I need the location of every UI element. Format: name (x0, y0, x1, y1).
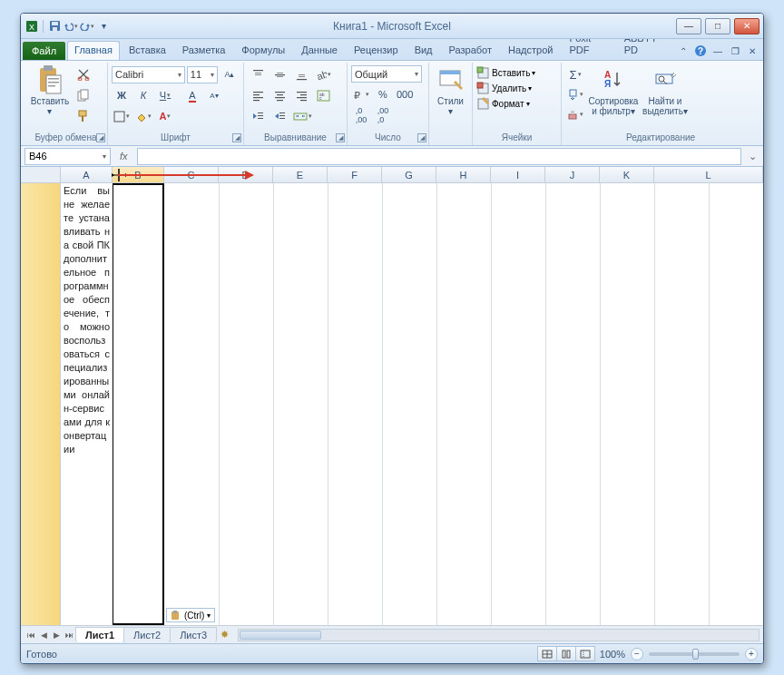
tab-insert[interactable]: Вставка (122, 41, 173, 60)
grow-font-icon[interactable]: A▴ (220, 65, 240, 83)
col-header-e[interactable]: E (273, 167, 328, 183)
col-header-i[interactable]: I (491, 167, 545, 183)
zoom-in-icon[interactable]: + (745, 648, 758, 660)
clear-icon[interactable] (565, 105, 585, 123)
font-size-combo[interactable]: 11▾ (187, 66, 218, 83)
percent-icon[interactable]: % (373, 85, 393, 103)
col-header-g[interactable]: G (382, 167, 436, 183)
tab-addins[interactable]: Надстрой (501, 41, 560, 60)
select-all-corner[interactable] (21, 167, 61, 183)
sheet-tab-3[interactable]: Лист3 (170, 627, 217, 642)
tab-data[interactable]: Данные (294, 41, 345, 60)
tab-layout[interactable]: Разметка (175, 41, 233, 60)
font-color-icon[interactable]: A (155, 107, 175, 125)
decrease-decimal-icon[interactable]: ,00,0 (373, 106, 393, 124)
qat-customize-icon[interactable]: ▾ (96, 19, 111, 34)
name-box[interactable]: B46▾ (24, 148, 111, 165)
sheet-tab-1[interactable]: Лист1 (75, 627, 124, 642)
zoom-level[interactable]: 100% (600, 649, 625, 660)
zoom-out-icon[interactable]: − (631, 648, 643, 660)
number-dialog-icon[interactable]: ◢ (417, 133, 426, 142)
fill-icon[interactable] (565, 85, 585, 103)
font-color-a-icon[interactable]: A (182, 86, 202, 104)
orientation-icon[interactable]: ab (313, 65, 333, 83)
doc-close-icon[interactable]: ✕ (745, 44, 760, 58)
excel-icon[interactable]: X (24, 19, 39, 34)
delete-cells-button[interactable]: Удалить▾ (476, 82, 532, 95)
font-dialog-icon[interactable]: ◢ (232, 133, 241, 142)
increase-decimal-icon[interactable]: ,0,00 (351, 106, 371, 124)
sheet-nav-last-icon[interactable]: ⏭ (63, 631, 75, 640)
fx-icon[interactable]: fx (114, 151, 133, 161)
increase-indent-icon[interactable] (270, 107, 289, 125)
paste-button[interactable]: Вставить▾ (28, 65, 72, 116)
shrink-font-icon[interactable]: A▾ (204, 86, 224, 104)
italic-button[interactable]: К (133, 86, 153, 104)
col-header-c[interactable]: C (164, 167, 219, 183)
formula-expand-icon[interactable]: ⌄ (745, 151, 760, 162)
tab-review[interactable]: Рецензир (347, 41, 406, 60)
zoom-slider[interactable] (649, 652, 740, 656)
col-header-h[interactable]: H (436, 167, 491, 183)
border-icon[interactable] (112, 107, 132, 125)
align-bottom-icon[interactable] (291, 65, 311, 83)
col-header-f[interactable]: F (328, 167, 382, 183)
align-left-icon[interactable] (248, 86, 268, 104)
paste-options-tag[interactable]: (Ctrl)▾ (166, 608, 215, 622)
redo-icon[interactable] (80, 19, 94, 34)
accounting-icon[interactable]: ₽ (351, 85, 371, 103)
sheet-tab-2[interactable]: Лист2 (123, 627, 171, 642)
cells-area[interactable]: Если вы не желаете устанавливать на свой… (61, 183, 763, 625)
clipboard-dialog-icon[interactable]: ◢ (96, 133, 105, 142)
tab-home[interactable]: Главная (67, 41, 120, 60)
cut-icon[interactable] (74, 65, 93, 83)
styles-button[interactable]: Стили▾ (433, 65, 468, 116)
sheet-nav-first-icon[interactable]: ⏮ (24, 631, 37, 640)
align-dialog-icon[interactable]: ◢ (336, 133, 345, 142)
formula-input[interactable] (137, 148, 741, 165)
cell-a-content[interactable]: Если вы не желаете устанавливать на свой… (61, 183, 113, 457)
undo-icon[interactable] (64, 19, 78, 34)
tab-formulas[interactable]: Формулы (234, 41, 292, 60)
autosum-icon[interactable]: Σ (565, 65, 585, 83)
decrease-indent-icon[interactable] (248, 107, 268, 125)
col-header-k[interactable]: K (600, 167, 654, 183)
find-select-button[interactable]: Найти и выделить▾ (642, 65, 689, 116)
sort-filter-button[interactable]: АЯ Сортировка и фильтр▾ (588, 65, 639, 116)
minimize-button[interactable]: — (676, 18, 701, 34)
view-normal-icon[interactable] (537, 646, 557, 661)
column-b-selection[interactable] (113, 183, 164, 625)
col-header-l[interactable]: L (654, 167, 763, 183)
close-button[interactable]: ✕ (734, 18, 760, 34)
font-name-combo[interactable]: Calibri▾ (112, 66, 185, 83)
wrap-text-icon[interactable]: abc (313, 86, 333, 104)
underline-button[interactable]: Ч (155, 86, 175, 104)
align-middle-icon[interactable] (270, 65, 289, 83)
doc-restore-icon[interactable]: ❐ (728, 44, 742, 58)
doc-minimize-icon[interactable]: — (710, 44, 725, 58)
help-icon[interactable]: ? (693, 44, 708, 58)
ribbon-minimize-icon[interactable]: ⌃ (676, 44, 691, 58)
view-page-layout-icon[interactable] (556, 646, 576, 661)
align-right-icon[interactable] (291, 86, 311, 104)
col-header-j[interactable]: J (545, 167, 600, 183)
format-painter-icon[interactable] (74, 107, 93, 125)
bold-button[interactable]: Ж (112, 86, 132, 104)
row-headers[interactable] (21, 183, 61, 625)
sheet-nav-prev-icon[interactable]: ◀ (37, 631, 50, 640)
format-cells-button[interactable]: Формат▾ (476, 97, 530, 111)
file-tab[interactable]: Файл (23, 42, 65, 60)
tab-view[interactable]: Вид (407, 41, 440, 60)
number-format-combo[interactable]: Общий▾ (351, 65, 422, 83)
col-header-b[interactable]: B (113, 167, 164, 183)
maximize-button[interactable]: □ (705, 18, 730, 34)
copy-icon[interactable] (74, 86, 93, 104)
view-page-break-icon[interactable] (575, 646, 595, 661)
fill-color-icon[interactable] (133, 107, 153, 125)
align-center-icon[interactable] (270, 86, 289, 104)
insert-cells-button[interactable]: Вставить▾ (476, 66, 535, 80)
col-header-a[interactable]: A (61, 167, 113, 183)
new-sheet-icon[interactable]: ✸ (216, 629, 232, 641)
save-icon[interactable] (47, 19, 62, 34)
merge-cells-icon[interactable] (291, 107, 314, 125)
